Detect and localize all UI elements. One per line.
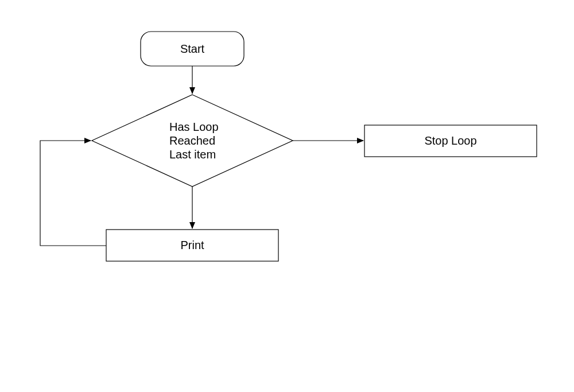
stop-label: Stop Loop — [424, 134, 476, 147]
decision-line1: Has Loop — [169, 121, 219, 133]
node-print: Print — [106, 230, 278, 261]
print-label: Print — [180, 239, 204, 251]
start-label: Start — [180, 42, 205, 55]
node-stop: Stop Loop — [364, 125, 537, 157]
decision-line2: Reached — [169, 134, 215, 147]
edge-print-decision — [40, 141, 106, 246]
decision-line3: Last item — [169, 148, 216, 161]
node-start: Start — [141, 32, 244, 66]
node-decision: Has Loop Reached Last item — [92, 95, 293, 187]
